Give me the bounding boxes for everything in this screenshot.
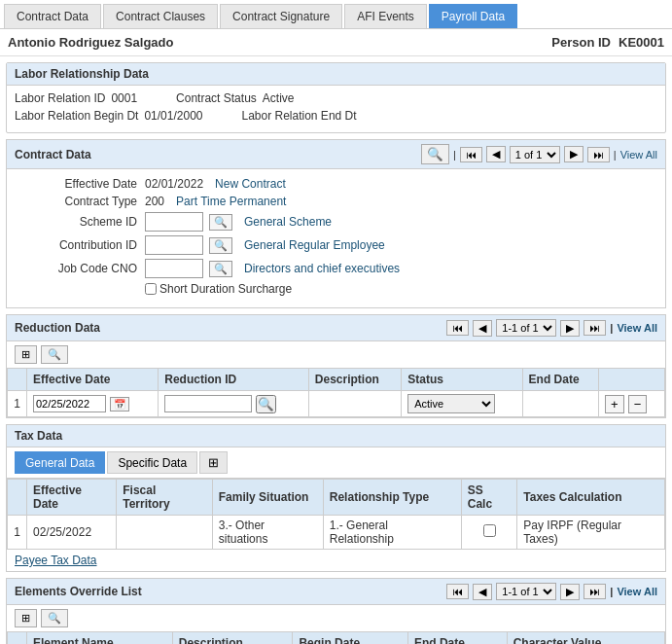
contract-last-btn[interactable]: ⏭ <box>587 147 610 162</box>
tax-row-taxes-calc: Pay IRPF (Regular Taxes) <box>517 516 665 550</box>
contract-header-title: Contract Data <box>15 148 91 161</box>
labor-section: Labor Relationship Data Labor Relation I… <box>6 62 666 133</box>
contract-nav-controls: 🔍 | ⏮ ◀ 1 of 1 ▶ ⏭ | View All <box>421 144 657 164</box>
reduction-page-select[interactable]: 1-1 of 1 <box>496 319 556 337</box>
effective-date-row: Effective Date 02/01/2022 New Contract <box>18 177 654 191</box>
tax-tab-general[interactable]: General Data <box>15 451 105 474</box>
tax-col-num <box>8 480 27 516</box>
reduction-row-end-date <box>522 391 599 417</box>
reduction-col-end-date: End Date <box>522 369 599 391</box>
short-duration-text: Short Duration Surcharge <box>159 282 292 296</box>
tax-col-taxes-calc: Taxes Calculation <box>517 480 665 516</box>
elements-prev-btn[interactable]: ◀ <box>473 584 492 600</box>
contract-page-select[interactable]: 1 of 1 <box>510 146 560 163</box>
labor-row-1: Labor Relation ID 0001 Contract Status A… <box>15 91 657 105</box>
reduction-nav-controls: ⏮ ◀ 1-1 of 1 ▶ ⏭ | View All <box>446 319 657 337</box>
contract-section: Contract Data 🔍 | ⏮ ◀ 1 of 1 ▶ ⏭ | View … <box>6 139 666 308</box>
payee-tax-data-link[interactable]: Payee Tax Data <box>7 550 105 571</box>
contract-prev-btn[interactable]: ◀ <box>486 146 506 162</box>
reduction-row-actions: + − <box>599 391 665 417</box>
elements-col-description: Description <box>172 632 293 645</box>
contract-next-btn[interactable]: ▶ <box>564 146 584 162</box>
contract-view-all[interactable]: View All <box>620 149 657 161</box>
labor-relation-id-field: Labor Relation ID 0001 <box>15 91 137 105</box>
tab-afi-events[interactable]: AFI Events <box>344 4 427 28</box>
tab-contract-data[interactable]: Contract Data <box>4 4 101 28</box>
tax-tab-icon-btn[interactable]: ⊞ <box>199 451 228 474</box>
reduction-prev-btn[interactable]: ◀ <box>473 320 492 337</box>
tax-col-relationship-type: Relationship Type <box>323 480 461 516</box>
elements-page-select[interactable]: 1-1 of 1 <box>496 583 556 600</box>
scheme-id-input[interactable]: 0111 <box>145 212 203 232</box>
tab-contract-signature[interactable]: Contract Signature <box>220 4 342 28</box>
contract-type-value: 200 Part Time Permanent <box>145 195 286 208</box>
tax-row-ss-calc <box>461 516 517 550</box>
ss-calc-checkbox[interactable] <box>483 524 496 537</box>
elements-col-element-name: Element Name <box>27 632 173 645</box>
contract-search-btn[interactable]: 🔍 <box>421 144 449 164</box>
reduction-col-actions <box>599 369 665 391</box>
reduction-status-select[interactable]: Active Inactive <box>407 394 495 413</box>
scheme-id-value: 0111 🔍 General Scheme <box>145 212 332 232</box>
job-code-input[interactable]: 1120 <box>145 259 203 278</box>
short-duration-value: Short Duration Surcharge <box>145 282 292 296</box>
reduction-effective-date-input[interactable] <box>33 395 106 412</box>
reduction-first-btn[interactable]: ⏮ <box>446 320 469 336</box>
contribution-id-value: 001 🔍 General Regular Employee <box>145 235 385 255</box>
reduction-id-input[interactable] <box>164 395 252 412</box>
reduction-last-btn[interactable]: ⏭ <box>584 320 606 336</box>
contribution-id-row: Contribution ID 001 🔍 General Regular Em… <box>18 235 654 255</box>
tax-section: Tax Data General Data Specific Data ⊞ Ef… <box>6 424 666 572</box>
person-id-block: Person ID KE0001 <box>551 35 664 50</box>
tab-payroll-data[interactable]: Payroll Data <box>429 4 517 28</box>
elements-first-btn[interactable]: ⏮ <box>446 584 469 599</box>
short-duration-checkbox[interactable] <box>145 283 157 295</box>
elements-section: Elements Override List ⏮ ◀ 1-1 of 1 ▶ ⏭ … <box>6 578 666 644</box>
reduction-next-btn[interactable]: ▶ <box>560 320 580 337</box>
reduction-view-all[interactable]: View All <box>617 322 657 334</box>
tab-bar: Contract Data Contract Clauses Contract … <box>0 0 672 29</box>
elements-grid-btn[interactable]: ⊞ <box>15 609 37 627</box>
person-id-label: Person ID <box>551 35 611 50</box>
short-duration-label[interactable]: Short Duration Surcharge <box>145 282 292 296</box>
nav-separator-1: | <box>453 149 456 161</box>
effective-date-value: 02/01/2022 New Contract <box>145 177 286 191</box>
tab-contract-clauses[interactable]: Contract Clauses <box>103 4 218 28</box>
person-header: Antonio Rodriguez Salgado Person ID KE00… <box>0 29 672 56</box>
contract-body: Effective Date 02/01/2022 New Contract C… <box>7 169 665 307</box>
scheme-id-search-btn[interactable]: 🔍 <box>209 214 232 231</box>
tax-tabs-bar: General Data Specific Data ⊞ <box>7 447 665 479</box>
contribution-id-label: Contribution ID <box>18 238 145 252</box>
reduction-table: Effective Date Reduction ID Description … <box>7 368 665 417</box>
contract-first-btn[interactable]: ⏮ <box>460 147 482 162</box>
elements-view-all[interactable]: View All <box>617 586 657 597</box>
reduction-id-search-btn[interactable]: 🔍 <box>256 395 276 413</box>
elements-search-btn[interactable]: 🔍 <box>41 609 68 627</box>
reduction-del-btn[interactable]: − <box>628 395 648 413</box>
reduction-action-btns: + − <box>605 395 658 413</box>
contract-status-label: Contract Status <box>176 91 257 105</box>
tax-tab-specific[interactable]: Specific Data <box>107 451 197 474</box>
tax-col-fiscal-territory: Fiscal Territory <box>117 480 213 516</box>
elements-col-num <box>8 632 27 645</box>
contract-type-label: Contract Type <box>18 195 145 208</box>
reduction-section: Reduction Data ⏮ ◀ 1-1 of 1 ▶ ⏭ | View A… <box>6 314 666 418</box>
contract-type-val: 200 <box>145 195 164 208</box>
reduction-cal-btn[interactable]: 📅 <box>110 397 129 411</box>
effective-date-desc: New Contract <box>215 177 286 191</box>
reduction-grid-btn[interactable]: ⊞ <box>15 345 37 364</box>
reduction-search-toolbar-btn[interactable]: 🔍 <box>41 345 68 364</box>
tax-col-effective-date: Effective Date <box>27 480 117 516</box>
nav-separator-2: | <box>614 149 617 161</box>
labor-end-label: Labor Relation End Dt <box>241 109 356 123</box>
contribution-id-input[interactable]: 001 <box>145 235 203 255</box>
effective-date-label: Effective Date <box>18 177 145 191</box>
reduction-col-num <box>8 369 27 391</box>
elements-last-btn[interactable]: ⏭ <box>584 584 606 599</box>
reduction-add-btn[interactable]: + <box>605 395 624 413</box>
elements-next-btn[interactable]: ▶ <box>560 584 580 600</box>
job-code-search-btn[interactable]: 🔍 <box>209 261 232 277</box>
contribution-id-search-btn[interactable]: 🔍 <box>209 237 232 254</box>
tax-table-header-row: Effective Date Fiscal Territory Family S… <box>8 480 665 516</box>
short-duration-row: Short Duration Surcharge <box>18 282 654 296</box>
